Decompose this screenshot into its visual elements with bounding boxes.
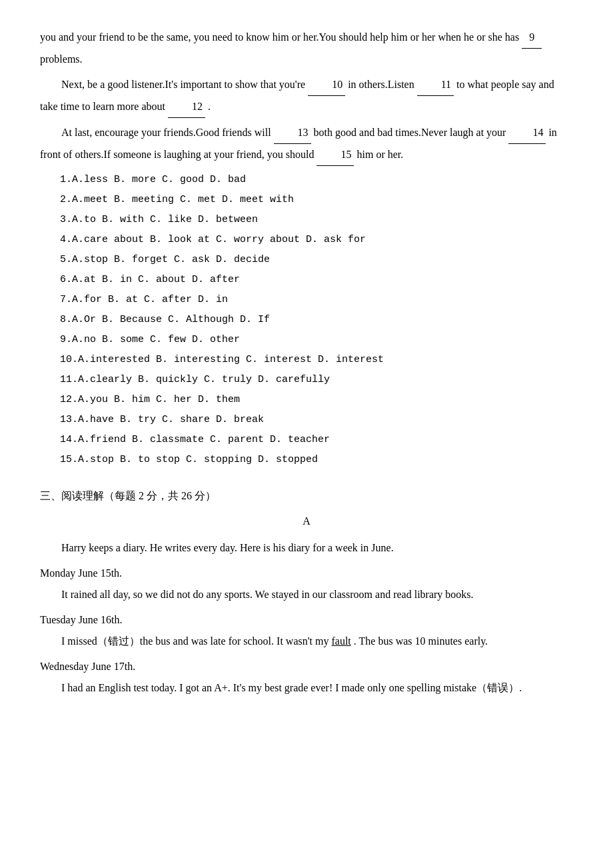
blank-12: 12	[168, 96, 205, 118]
blank-15: 15	[316, 144, 354, 166]
diary-date-label-wednesday: Wednesday June 17th.	[40, 661, 135, 672]
diary-date-label-tuesday: Tuesday June 16th.	[40, 614, 122, 625]
list-item: 11.A.clearly B. quickly C. truly D. care…	[40, 370, 573, 390]
blank-14: 14	[508, 122, 546, 144]
diary-content-monday: It rained all day, so we did not do any …	[40, 584, 573, 605]
page-container: you and your friend to be the same, you …	[40, 27, 573, 868]
blank-10: 10	[308, 74, 345, 96]
intro-text-3d: him or her.	[356, 149, 403, 160]
list-item: 10.A.interested B. interesting C. intere…	[40, 350, 573, 370]
list-item: 6.A.at B. in C. about D. after	[40, 270, 573, 290]
diary-content-tuesday: I missed（错过）the bus and was late for sch…	[40, 631, 573, 652]
diary-date-monday: Monday June 15th.	[40, 563, 573, 584]
list-item: 7.A.for B. at C. after D. in	[40, 290, 573, 310]
diary-entries: Monday June 15th. It rained all day, so …	[40, 563, 573, 699]
intro-text-3a: At last, encourage your friends.Good fri…	[61, 127, 271, 138]
intro-text-1b: problems.	[40, 53, 83, 65]
intro-text-2b: in others.Listen	[348, 79, 414, 90]
diary-tuesday-text1: I missed（错过）the bus and was late for sch…	[61, 635, 328, 647]
page-content: you and your friend to be the same, you …	[40, 27, 573, 699]
intro-text-3b: both good and bad times.Never laugh at y…	[314, 127, 506, 138]
reading-a-title: A	[40, 511, 573, 531]
diary-date-wednesday: Wednesday June 17th.	[40, 656, 573, 677]
list-item: 1.A.less B. more C. good D. bad	[40, 170, 573, 190]
diary-tuesday-underline: fault	[331, 635, 350, 647]
blank-11: 11	[417, 74, 454, 96]
blank-9: 9	[522, 27, 542, 49]
intro-text-2a: Next, be a good listener.It's important …	[61, 79, 305, 90]
list-item: 14.A.friend B. classmate C. parent D. te…	[40, 430, 573, 450]
list-item: 12.A.you B. him C. her D. them	[40, 390, 573, 410]
list-item: 5.A.stop B. forget C. ask D. decide	[40, 250, 573, 270]
intro-paragraph-1: you and your friend to be the same, you …	[40, 27, 573, 70]
list-item: 13.A.have B. try C. share D. break	[40, 410, 573, 430]
list-item: 8.A.Or B. Because C. Although D. If	[40, 310, 573, 330]
options-list: 1.A.less B. more C. good D. bad2.A.meet …	[40, 170, 573, 470]
list-item: 2.A.meet B. meeting C. met D. meet with	[40, 190, 573, 210]
intro-paragraph-3: At last, encourage your friends.Good fri…	[40, 122, 573, 166]
diary-date-tuesday: Tuesday June 16th.	[40, 609, 573, 631]
reading-intro: Harry keeps a diary. He writes every day…	[40, 537, 573, 559]
section3-title: 三、阅读理解（每题 2 分，共 26 分）	[40, 486, 573, 506]
intro-text-2d: .	[208, 101, 211, 112]
intro-paragraph-2: Next, be a good listener.It's important …	[40, 74, 573, 118]
list-item: 4.A.care about B. look at C. worry about…	[40, 230, 573, 250]
list-item: 15.A.stop B. to stop C. stopping D. stop…	[40, 450, 573, 470]
blank-13: 13	[274, 122, 311, 144]
list-item: 3.A.to B. with C. like D. between	[40, 210, 573, 230]
diary-date-label-monday: Monday June 15th.	[40, 567, 122, 579]
diary-tuesday-text2: . The bus was 10 minutes early.	[354, 635, 488, 647]
page-number: 3	[528, 863, 533, 868]
list-item: 9.A.no B. some C. few D. other	[40, 330, 573, 350]
intro-text-1a: you and your friend to be the same, you …	[40, 31, 519, 43]
diary-content-wednesday: I had an English test today. I got an A+…	[40, 677, 573, 699]
